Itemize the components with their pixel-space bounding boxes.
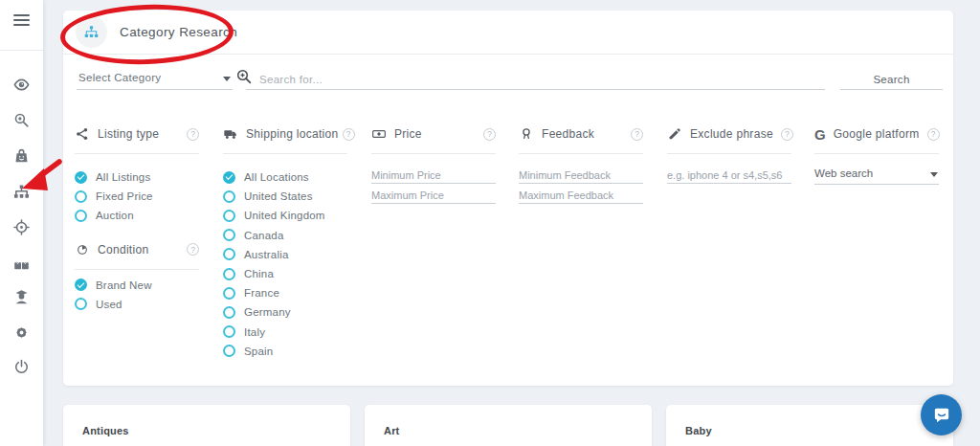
chat-launcher-button[interactable] [921,394,962,435]
radio-label: France [244,287,279,299]
radio-united-kingdom[interactable]: United Kingdom [223,206,347,225]
category-research-icon [83,24,100,40]
caret-down-icon [930,172,938,177]
exclude-phrase-header: Exclude phrase ? [667,124,791,144]
sidebar-item-logout[interactable] [0,354,43,379]
category-card-baby[interactable]: Baby [666,405,953,446]
chat-bubble-icon [931,405,952,426]
category-card-label: Antiques [82,425,129,436]
packages-icon [12,254,31,272]
radio-canada[interactable]: Canada [223,226,347,245]
divider [519,153,643,154]
listing-type-header: Listing type ? [75,124,199,144]
google-platform-header: G Google platform ? [814,124,939,144]
category-select[interactable]: Select Category [77,69,233,90]
category-card-art[interactable]: Art [365,405,652,446]
price-label: Price [394,127,422,141]
radio-france[interactable]: France [223,283,347,302]
shipping-location-label: Shipping location [246,127,339,141]
truck-icon [223,126,238,142]
google-platform-select[interactable]: Web search [814,167,939,185]
radio-label: Fixed Price [96,190,153,202]
category-research-page: Category Research Select Category Search [0,0,980,446]
google-platform-label: Google platform [834,127,920,141]
sidebar-item-category-research[interactable] [0,179,43,204]
page-icon-badge [76,16,107,48]
feedback-label: Feedback [542,127,594,141]
radio-brand-new[interactable]: Brand New [75,276,199,295]
caret-down-icon [223,77,231,81]
power-icon [12,358,31,376]
sidebar-item-target[interactable] [0,214,43,239]
store-icon [12,146,31,165]
radio-all-listings[interactable]: All Listings [75,167,199,187]
radio-icon [223,210,235,222]
radio-label: Germany [244,306,291,318]
help-icon[interactable]: ? [631,128,643,141]
search-field-wrap [246,69,825,90]
exclude-phrase-input[interactable] [667,167,791,184]
google-icon: G [814,126,826,143]
help-icon[interactable]: ? [927,128,940,141]
radio-icon [223,325,235,338]
feedback-header: Feedback ? [519,124,643,144]
radio-label: Australia [244,249,289,260]
radio-checked-icon [223,171,235,184]
sidebar-item-academy[interactable] [0,284,43,309]
help-icon[interactable]: ? [343,128,355,141]
radio-australia[interactable]: Australia [223,245,347,264]
help-icon[interactable]: ? [781,128,793,141]
sidebar-item-store[interactable] [0,143,43,167]
radio-icon [223,268,235,280]
search-input[interactable] [259,70,814,88]
divider [814,153,939,154]
radio-used[interactable]: Used [75,295,199,314]
radio-auction[interactable]: Auction [75,206,199,225]
radio-china[interactable]: China [223,264,347,283]
radio-germany[interactable]: Germany [223,302,347,322]
medal-icon [519,126,534,142]
radio-label: Brand New [96,279,152,291]
radio-icon [223,287,235,300]
radio-icon [223,190,235,203]
eye-icon [12,76,31,94]
help-icon[interactable]: ? [187,243,199,256]
radio-all-locations[interactable]: All Locations [223,167,347,187]
divider [371,153,496,154]
filter-exclude-phrase: Exclude phrase ? [667,124,791,188]
sidebar-divider [0,50,43,51]
divider [223,153,347,154]
page-header: Category Research [63,11,953,55]
radio-icon [75,298,87,310]
crosshair-icon [12,218,31,236]
sidebar-item-search[interactable] [0,107,43,132]
category-card-antiques[interactable]: Antiques [63,405,350,446]
help-icon[interactable]: ? [187,128,199,141]
max-feedback-input[interactable] [519,188,643,204]
min-price-input[interactable] [371,167,496,184]
radio-fixed-price[interactable]: Fixed Price [75,187,199,206]
sidebar-item-packages[interactable] [0,250,43,275]
hamburger-menu-button[interactable] [13,14,30,27]
radio-united-states[interactable]: United States [223,187,347,206]
radio-label: All Locations [244,171,309,183]
radio-spain[interactable]: Spain [223,342,347,361]
radio-label: Canada [244,230,283,241]
exclude-phrase-label: Exclude phrase [690,127,773,141]
help-icon[interactable]: ? [483,128,496,141]
banknote-icon [371,126,387,142]
filter-listing-type: Listing type ? All Listings Fixed Price … [75,124,199,314]
sitemap-icon [12,183,31,201]
radio-label: United Kingdom [244,210,325,221]
sidebar-item-settings[interactable] [0,320,43,345]
gear-icon [12,323,31,342]
radio-label: Spain [244,346,273,357]
pencil-icon [667,126,682,142]
filter-feedback: Feedback ? [519,124,643,208]
min-feedback-input[interactable] [519,167,643,184]
search-button[interactable]: Search [840,69,943,90]
sidebar-item-eye[interactable] [0,72,43,97]
radio-italy[interactable]: Italy [223,323,347,342]
max-price-input[interactable] [371,188,496,204]
sidebar [0,0,43,446]
